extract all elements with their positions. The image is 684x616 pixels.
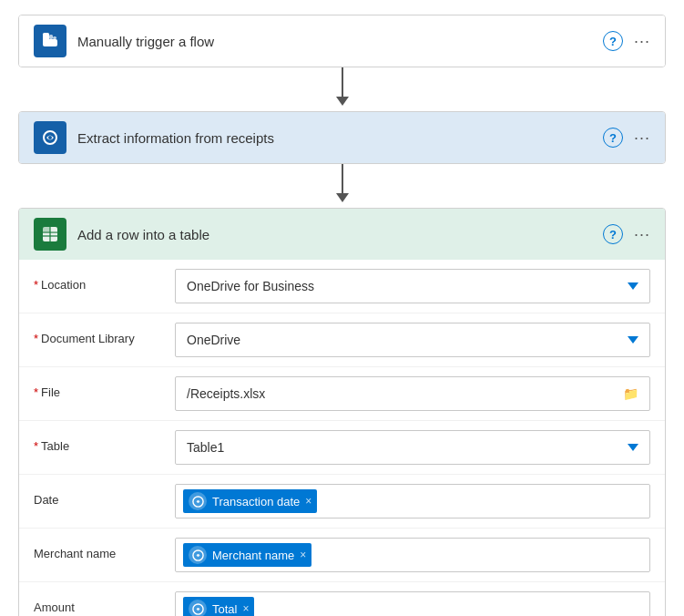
date-tag-remove[interactable]: × <box>305 495 311 508</box>
arrow-head-2 <box>336 193 349 202</box>
location-value: OneDrive for Business <box>187 279 314 293</box>
location-label: *Location <box>34 269 175 292</box>
arrow-1 <box>336 67 349 111</box>
arrow-head-1 <box>336 97 349 106</box>
file-value: /Receipts.xlsx <box>187 386 265 401</box>
arrow-line-2 <box>342 164 343 193</box>
table-select[interactable]: Table1 <box>175 430 650 465</box>
location-select[interactable]: OneDrive for Business <box>175 269 650 303</box>
amount-label: Amount <box>34 591 175 614</box>
date-control: Transaction date × <box>175 484 650 518</box>
document-library-label: *Document Library <box>34 323 175 345</box>
extract-card: Extract information from receipts ? ··· <box>18 111 666 164</box>
svg-rect-3 <box>53 36 56 39</box>
folder-icon[interactable]: 📁 <box>623 386 638 401</box>
location-control: OneDrive for Business <box>175 269 650 303</box>
merchant-name-control: Merchant name × <box>175 538 650 572</box>
date-tag-icon <box>189 492 207 510</box>
svg-rect-2 <box>49 35 53 39</box>
extract-title: Extract information from receipts <box>77 130 603 146</box>
trigger-card-header: Manually trigger a flow ? ··· <box>19 15 665 67</box>
extract-card-header: Extract information from receipts ? ··· <box>19 112 665 163</box>
add-row-card-header: Add a row into a table ? ··· <box>19 209 665 260</box>
amount-row: Amount Total × <box>19 582 665 616</box>
merchant-name-label: Merchant name <box>34 538 175 560</box>
trigger-actions: ? ··· <box>603 31 650 51</box>
extract-more-icon[interactable]: ··· <box>634 128 650 148</box>
trigger-icon <box>34 25 66 57</box>
document-library-value: OneDrive <box>187 333 240 347</box>
amount-tag-icon <box>189 600 207 616</box>
location-row: *Location OneDrive for Business <box>19 260 665 313</box>
arrow-line-1 <box>342 67 343 97</box>
amount-tag-label: Total <box>212 602 237 616</box>
merchant-name-tag-icon <box>189 546 207 564</box>
merchant-name-tag-label: Merchant name <box>212 549 294 562</box>
merchant-name-tag-field[interactable]: Merchant name × <box>175 538 650 572</box>
amount-tag-field[interactable]: Total × <box>175 591 650 616</box>
date-tag-field[interactable]: Transaction date × <box>175 484 650 518</box>
file-row: *File /Receipts.xlsx 📁 <box>19 367 665 421</box>
location-chevron-icon <box>628 282 638 290</box>
add-row-title: Add a row into a table <box>77 227 603 242</box>
add-row-more-icon[interactable]: ··· <box>634 225 650 244</box>
date-tag-label: Transaction date <box>212 495 300 508</box>
file-label: *File <box>34 376 175 399</box>
flow-container: Manually trigger a flow ? ··· Extract in… <box>0 0 684 616</box>
file-control: /Receipts.xlsx 📁 <box>175 376 650 411</box>
amount-tag-remove[interactable]: × <box>242 602 249 615</box>
document-library-chevron-icon <box>628 336 638 344</box>
add-row-icon <box>34 218 66 251</box>
table-value: Table1 <box>187 440 224 455</box>
add-row-help-icon[interactable]: ? <box>603 224 623 244</box>
document-library-control: OneDrive <box>175 323 650 357</box>
date-tag: Transaction date × <box>183 489 317 513</box>
date-label: Date <box>34 484 175 507</box>
amount-control: Total × <box>175 591 650 616</box>
merchant-name-tag: Merchant name × <box>183 543 311 567</box>
amount-tag: Total × <box>183 597 254 616</box>
extract-icon <box>34 121 66 154</box>
add-row-card: Add a row into a table ? ··· *Location O… <box>18 208 666 616</box>
svg-point-5 <box>48 136 52 139</box>
table-row: *Table Table1 <box>19 421 665 475</box>
arrow-2 <box>336 164 349 208</box>
extract-help-icon[interactable]: ? <box>603 128 623 148</box>
trigger-card: Manually trigger a flow ? ··· <box>18 15 666 67</box>
trigger-more-icon[interactable]: ··· <box>634 32 650 51</box>
document-library-select[interactable]: OneDrive <box>175 323 650 357</box>
add-row-form: *Location OneDrive for Business *Documen… <box>19 260 665 616</box>
date-row: Date Transaction date × <box>19 475 665 529</box>
table-control: Table1 <box>175 430 650 465</box>
extract-actions: ? ··· <box>603 128 650 148</box>
document-library-row: *Document Library OneDrive <box>19 313 665 367</box>
svg-rect-10 <box>43 227 50 232</box>
trigger-title: Manually trigger a flow <box>77 34 603 49</box>
trigger-help-icon[interactable]: ? <box>603 31 623 51</box>
add-row-actions: ? ··· <box>603 224 650 244</box>
svg-rect-1 <box>43 39 57 46</box>
table-chevron-icon <box>628 444 638 451</box>
merchant-name-tag-remove[interactable]: × <box>300 549 306 561</box>
table-label: *Table <box>34 430 175 453</box>
merchant-name-row: Merchant name Merchant name <box>19 529 665 582</box>
file-field[interactable]: /Receipts.xlsx 📁 <box>175 376 650 411</box>
